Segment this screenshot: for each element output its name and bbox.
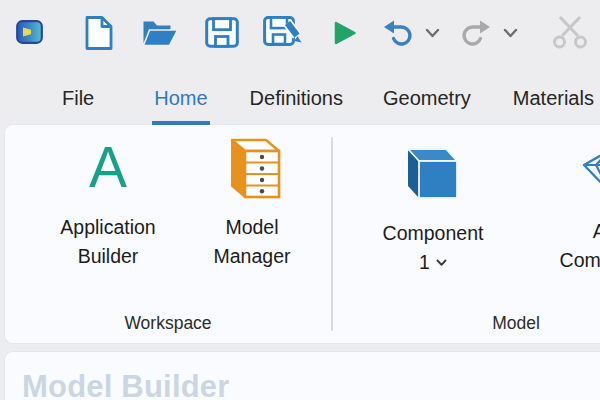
new-file-button[interactable] bbox=[83, 15, 115, 51]
ribbon-panel: A Application Builder bbox=[5, 125, 600, 343]
application-builder-label-line1: Application bbox=[60, 216, 155, 238]
undo-icon bbox=[383, 19, 413, 47]
component-1-button[interactable]: Component 1 bbox=[366, 135, 500, 277]
component-1-label-line1: Component bbox=[383, 222, 484, 244]
redo-button[interactable] bbox=[460, 18, 492, 48]
workspace-group-label: Workspace bbox=[5, 313, 331, 334]
model-builder-panel-title: Model Builder bbox=[22, 369, 600, 400]
run-icon bbox=[333, 21, 357, 45]
redo-dropdown-chevron-icon bbox=[503, 28, 518, 38]
undo-button[interactable] bbox=[382, 18, 414, 48]
comsol-logo-icon bbox=[16, 20, 43, 44]
model-manager-button[interactable]: Model Manager bbox=[185, 135, 319, 271]
add-component-icon bbox=[582, 148, 600, 194]
tab-geometry[interactable]: Geometry bbox=[381, 72, 473, 125]
model-manager-label-line1: Model bbox=[225, 216, 278, 238]
redo-dropdown-button[interactable] bbox=[501, 26, 519, 40]
redo-icon bbox=[461, 19, 491, 47]
save-icon bbox=[205, 17, 239, 48]
model-manager-icon bbox=[222, 135, 282, 199]
open-folder-icon bbox=[142, 19, 178, 47]
component-dropdown-chevron-icon bbox=[436, 259, 447, 267]
tab-file[interactable]: File bbox=[60, 72, 96, 125]
comsol-logo[interactable] bbox=[15, 19, 43, 45]
add-component-label-line1: Add bbox=[593, 220, 600, 242]
application-builder-icon: A bbox=[89, 139, 127, 196]
save-button[interactable] bbox=[204, 16, 240, 49]
model-builder-panel: Model Builder bbox=[5, 352, 600, 400]
run-button[interactable] bbox=[332, 20, 358, 46]
ribbon-group-workspace: A Application Builder bbox=[5, 125, 331, 343]
open-file-button[interactable] bbox=[141, 18, 179, 48]
application-builder-button[interactable]: A Application Builder bbox=[33, 135, 183, 271]
add-component-button[interactable]: Add Component bbox=[533, 135, 600, 275]
ribbon-tab-bar: File Home Definitions Geometry Materials bbox=[0, 72, 600, 125]
ribbon-group-model: Component 1 bbox=[331, 125, 600, 343]
new-file-icon bbox=[84, 16, 114, 50]
component-1-label-line2: 1 bbox=[419, 248, 430, 277]
save-as-button[interactable] bbox=[262, 13, 304, 51]
tab-definitions[interactable]: Definitions bbox=[248, 72, 345, 125]
add-component-label-line2: Component bbox=[560, 249, 600, 271]
comsol-window: File Home Definitions Geometry Materials… bbox=[0, 0, 600, 400]
tab-materials[interactable]: Materials bbox=[511, 72, 596, 125]
tab-home[interactable]: Home bbox=[152, 72, 209, 125]
undo-dropdown-chevron-icon bbox=[425, 28, 440, 38]
cut-icon bbox=[551, 15, 589, 49]
model-manager-label-line2: Manager bbox=[214, 245, 291, 267]
save-as-icon bbox=[263, 14, 303, 50]
application-builder-label-line2: Builder bbox=[78, 245, 139, 267]
undo-dropdown-button[interactable] bbox=[423, 26, 441, 40]
component-cube-icon bbox=[404, 146, 462, 200]
quick-access-toolbar bbox=[0, 0, 600, 70]
cut-button[interactable] bbox=[550, 14, 590, 50]
model-group-label: Model bbox=[331, 313, 600, 334]
